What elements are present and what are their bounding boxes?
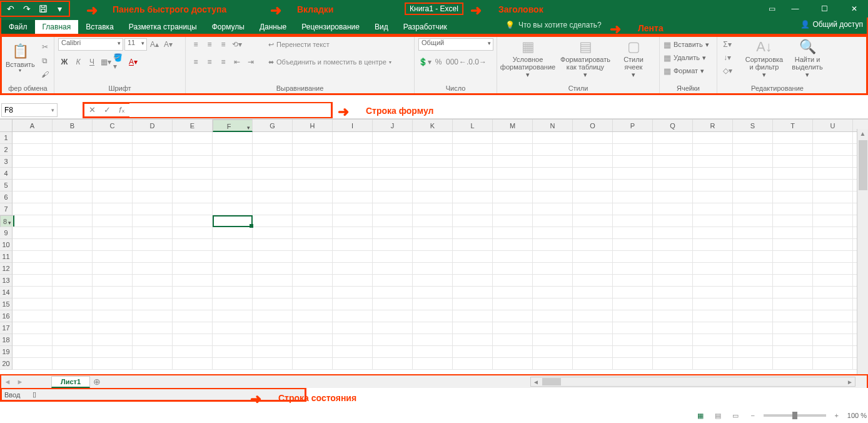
cell[interactable] xyxy=(173,251,213,262)
cell[interactable] xyxy=(533,132,573,143)
cell[interactable] xyxy=(213,168,253,179)
cell[interactable] xyxy=(53,132,93,143)
cell[interactable] xyxy=(373,346,413,357)
sort-filter-button[interactable]: A↓Сортировка и фильтр▾ xyxy=(744,38,785,79)
column-header[interactable]: I xyxy=(333,120,373,131)
font-name-select[interactable]: Calibri xyxy=(58,38,123,51)
cell[interactable] xyxy=(373,168,413,179)
cell[interactable] xyxy=(813,227,853,238)
cell[interactable] xyxy=(573,203,613,215)
cell[interactable] xyxy=(53,346,93,357)
cell[interactable] xyxy=(413,144,453,155)
cell[interactable] xyxy=(253,132,293,143)
cell[interactable] xyxy=(453,322,493,334)
cell[interactable] xyxy=(573,346,613,357)
cell[interactable] xyxy=(733,275,773,286)
cell[interactable] xyxy=(813,191,853,203)
tab-главная[interactable]: Главная xyxy=(35,20,79,34)
format-cells-button[interactable]: ▦Формат▾ xyxy=(664,64,709,77)
cell[interactable] xyxy=(413,180,453,191)
cell[interactable] xyxy=(253,298,293,310)
cell[interactable] xyxy=(133,180,173,191)
tab-файл[interactable]: Файл xyxy=(1,20,35,34)
cell[interactable] xyxy=(333,358,373,369)
cell[interactable] xyxy=(13,132,53,143)
cell[interactable] xyxy=(493,191,533,203)
fill-color-button[interactable]: 🪣▾ xyxy=(113,56,126,68)
cell[interactable] xyxy=(773,263,813,274)
column-header[interactable]: N xyxy=(533,120,573,131)
find-select-button[interactable]: 🔍Найти и выделить▾ xyxy=(789,38,826,79)
cell[interactable] xyxy=(173,346,213,357)
cell[interactable] xyxy=(93,287,133,298)
cell[interactable] xyxy=(533,346,573,357)
cell[interactable] xyxy=(213,132,253,143)
comma-button[interactable]: 000 xyxy=(446,56,458,68)
cell[interactable] xyxy=(373,322,413,334)
cell[interactable] xyxy=(573,239,613,250)
cell[interactable] xyxy=(293,215,333,227)
cell[interactable] xyxy=(613,144,653,155)
zoom-level[interactable]: 100 % xyxy=(847,412,867,419)
font-size-select[interactable]: 11 xyxy=(124,38,147,51)
cell[interactable] xyxy=(133,203,173,215)
cell[interactable] xyxy=(533,215,573,227)
cell[interactable] xyxy=(813,144,853,155)
cell[interactable] xyxy=(13,346,53,357)
cell[interactable] xyxy=(213,180,253,191)
cell[interactable] xyxy=(253,310,293,322)
cell[interactable] xyxy=(693,251,733,262)
cell[interactable] xyxy=(333,275,373,286)
cell[interactable] xyxy=(613,227,653,238)
row-header[interactable]: 7 xyxy=(0,203,13,215)
cell[interactable] xyxy=(93,275,133,286)
column-header[interactable]: A xyxy=(13,120,53,131)
cancel-formula-button[interactable]: ✕ xyxy=(84,103,99,117)
cell[interactable] xyxy=(133,156,173,167)
cell[interactable] xyxy=(773,310,813,322)
cell[interactable] xyxy=(733,215,773,227)
row-header[interactable]: 2 xyxy=(0,144,13,156)
cell[interactable] xyxy=(653,346,693,357)
cell[interactable] xyxy=(173,227,213,238)
cell[interactable] xyxy=(493,227,533,238)
cell[interactable] xyxy=(133,275,173,286)
cell[interactable] xyxy=(813,263,853,274)
cell[interactable] xyxy=(93,263,133,274)
cell[interactable] xyxy=(573,156,613,167)
cell[interactable] xyxy=(493,168,533,179)
cell[interactable] xyxy=(413,203,453,215)
cell[interactable] xyxy=(373,144,413,155)
cell[interactable] xyxy=(573,132,613,143)
cell[interactable] xyxy=(613,215,653,227)
close-button[interactable]: ✕ xyxy=(840,1,868,17)
cell[interactable] xyxy=(453,239,493,250)
cell[interactable] xyxy=(333,298,373,310)
cell[interactable] xyxy=(293,180,333,191)
cell[interactable] xyxy=(133,227,173,238)
cell[interactable] xyxy=(413,227,453,238)
cell[interactable] xyxy=(773,156,813,167)
cell[interactable] xyxy=(53,334,93,345)
enter-formula-button[interactable]: ✓ xyxy=(99,103,114,117)
cell[interactable] xyxy=(333,263,373,274)
cell[interactable] xyxy=(653,251,693,262)
cell[interactable] xyxy=(733,358,773,369)
cell[interactable] xyxy=(773,358,813,369)
format-table-button[interactable]: ▤Форматировать как таблицу▾ xyxy=(558,38,612,79)
cell[interactable] xyxy=(13,310,53,322)
tab-разработчик[interactable]: Разработчик xyxy=(396,20,455,34)
cell[interactable] xyxy=(53,310,93,322)
cell[interactable] xyxy=(13,263,53,274)
percent-button[interactable]: % xyxy=(432,56,445,68)
cell[interactable] xyxy=(773,287,813,298)
cell[interactable] xyxy=(53,215,93,227)
cell[interactable] xyxy=(693,334,733,345)
cell[interactable] xyxy=(173,132,213,143)
cell[interactable] xyxy=(213,287,253,298)
row-header[interactable]: 5 xyxy=(0,180,13,191)
cell[interactable] xyxy=(13,287,53,298)
cell[interactable] xyxy=(253,215,293,227)
cell[interactable] xyxy=(493,358,533,369)
cell[interactable] xyxy=(773,227,813,238)
